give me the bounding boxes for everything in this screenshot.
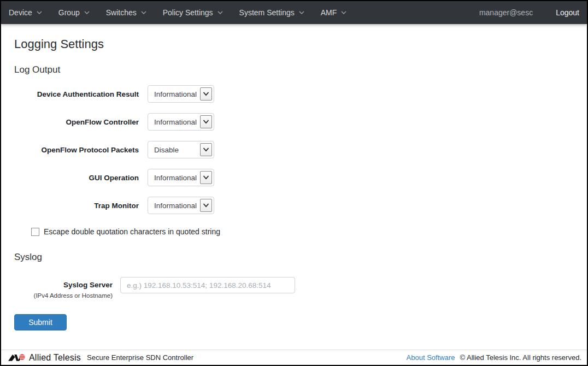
select-value: Informational [148, 174, 200, 182]
form-row-openflow-protocol-packets: OpenFlow Protocol Packets Disable [14, 141, 574, 158]
top-navbar: Device Group Switches Policy Settings Sy… [1, 1, 587, 24]
chevron-down-icon [299, 11, 304, 14]
nav-item-policy-settings[interactable]: Policy Settings [163, 8, 223, 17]
footer: Allied Telesis Secure Enterprise SDN Con… [1, 350, 587, 365]
nav-item-label: Policy Settings [163, 8, 213, 17]
page-title: Logging Settings [14, 37, 574, 51]
select-dropdown-arrow-icon [200, 115, 212, 128]
about-software-link[interactable]: About Software [407, 353, 455, 362]
select-dropdown-arrow-icon [200, 143, 212, 156]
gui-operation-select[interactable]: Informational [148, 169, 214, 186]
form-row-device-auth-result: Device Authentication Result Information… [14, 85, 574, 103]
select-value: Informational [148, 118, 200, 126]
product-name: Secure Enterprise SDN Controller [87, 353, 193, 362]
syslog-server-input[interactable] [120, 277, 295, 293]
form-row-openflow-controller: OpenFlow Controller Informational [14, 113, 574, 131]
submit-button[interactable]: Submit [14, 314, 67, 330]
select-value: Informational [148, 90, 200, 98]
openflow-protocol-packets-label: OpenFlow Protocol Packets [14, 146, 139, 154]
nav-item-label: Switches [106, 8, 137, 17]
form-row-trap-monitor: Trap Monitor Informational [14, 197, 574, 214]
logout-button[interactable]: Logout [556, 8, 579, 17]
chevron-down-icon [217, 11, 223, 14]
select-dropdown-arrow-icon [200, 87, 212, 101]
trap-monitor-label: Trap Monitor [14, 202, 139, 210]
select-dropdown-arrow-icon [200, 171, 212, 184]
syslog-server-row: Syslog Server (IPv4 Address or Hostname) [14, 277, 574, 299]
device-auth-result-select[interactable]: Informational [148, 85, 214, 103]
chevron-down-icon [341, 11, 346, 14]
form-row-gui-operation: GUI Operation Informational [14, 169, 574, 186]
escape-quotes-checkbox[interactable] [31, 228, 39, 236]
openflow-protocol-packets-select[interactable]: Disable [148, 141, 214, 158]
copyright-text: © Allied Telesis Inc. All rights reserve… [460, 353, 582, 362]
openflow-controller-label: OpenFlow Controller [14, 118, 139, 126]
escape-quotes-row: Escape double quotation characters in qu… [31, 227, 574, 236]
select-value: Disable [148, 146, 200, 154]
nav-item-group[interactable]: Group [58, 8, 90, 17]
nav-item-amf[interactable]: AMF [321, 8, 347, 17]
syslog-heading: Syslog [14, 252, 574, 263]
device-auth-result-label: Device Authentication Result [14, 90, 139, 98]
select-value: Informational [148, 202, 200, 210]
nav-item-label: Group [58, 8, 80, 17]
nav-item-label: AMF [321, 8, 337, 17]
chevron-down-icon [84, 11, 90, 14]
brand-name: Allied Telesis [29, 353, 81, 363]
nav-item-label: System Settings [239, 8, 295, 17]
syslog-server-label: Syslog Server [14, 277, 113, 293]
select-dropdown-arrow-icon [200, 199, 212, 212]
nav-item-device[interactable]: Device [9, 8, 42, 17]
nav-item-label: Device [9, 8, 32, 17]
gui-operation-label: GUI Operation [14, 174, 139, 182]
logged-in-user: manager@sesc [479, 8, 533, 17]
openflow-controller-select[interactable]: Informational [148, 113, 214, 131]
allied-telesis-logo-icon [8, 353, 26, 363]
chevron-down-icon [37, 11, 42, 14]
chevron-down-icon [141, 11, 146, 14]
nav-item-system-settings[interactable]: System Settings [239, 8, 304, 17]
escape-quotes-label[interactable]: Escape double quotation characters in qu… [44, 227, 220, 236]
syslog-server-sublabel: (IPv4 Address or Hostname) [14, 292, 113, 299]
nav-item-switches[interactable]: Switches [106, 8, 146, 17]
main-content: Logging Settings Log Output Device Authe… [1, 24, 587, 330]
allied-telesis-brand: Allied Telesis Secure Enterprise SDN Con… [8, 353, 193, 363]
log-output-heading: Log Output [14, 64, 574, 75]
trap-monitor-select[interactable]: Informational [148, 197, 214, 214]
